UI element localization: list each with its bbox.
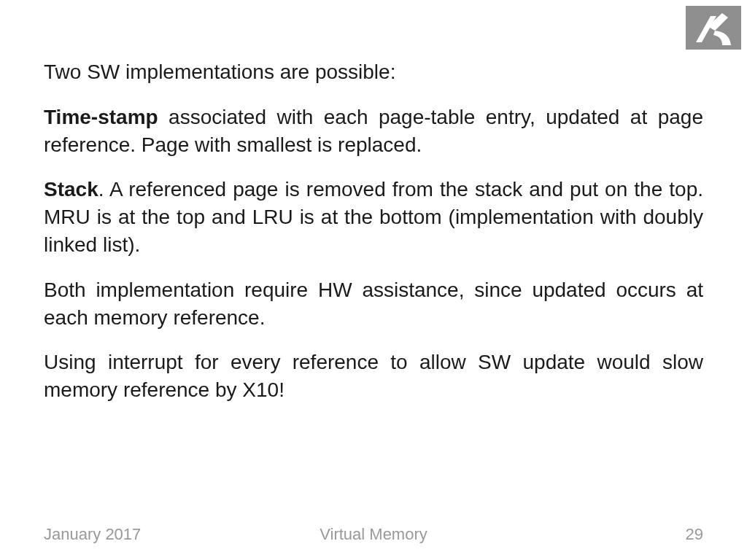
slide-body: Two SW implementations are possible: Tim… <box>44 58 703 421</box>
institution-logo-icon <box>686 6 741 50</box>
paragraph-timestamp: Time-stamp associated with each page-tab… <box>44 104 703 159</box>
bold-label-timestamp: Time-stamp <box>44 106 158 128</box>
footer-page-number: 29 <box>686 525 703 544</box>
footer-date: January 2017 <box>44 525 141 544</box>
paragraph-stack: Stack. A referenced page is removed from… <box>44 176 703 258</box>
text-stack-desc: . A referenced page is removed from the … <box>44 178 703 256</box>
paragraph-interrupt: Using interrupt for every reference to a… <box>44 349 703 404</box>
bold-label-stack: Stack <box>44 178 98 201</box>
slide-footer: January 2017 Virtual Memory 29 <box>0 525 747 544</box>
paragraph-hw-assist: Both implementation require HW assistanc… <box>44 276 703 332</box>
slide: Two SW implementations are possible: Tim… <box>0 0 747 560</box>
paragraph-intro: Two SW implementations are possible: <box>44 58 703 86</box>
